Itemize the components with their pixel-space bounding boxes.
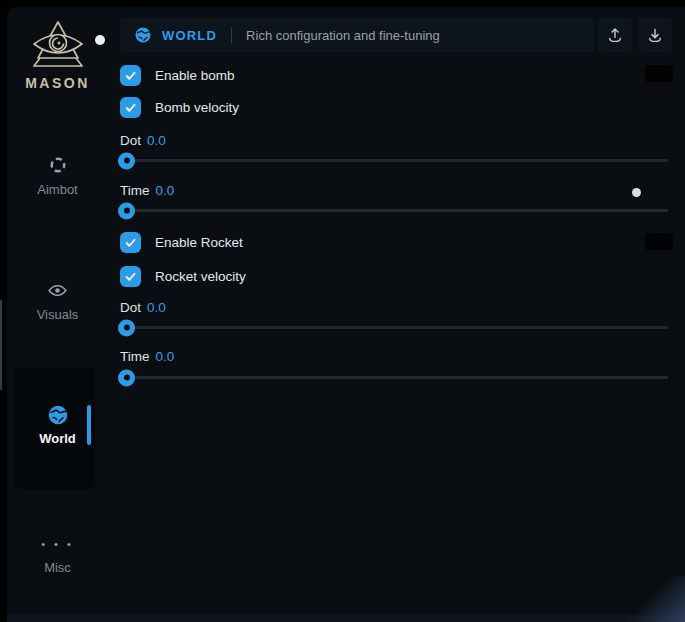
brand-logo: MASON <box>7 19 108 91</box>
ellipsis-icon: • • • <box>7 533 108 555</box>
checkbox-checked[interactable] <box>120 65 141 86</box>
tab-subtitle: Rich configuration and fine-tuning <box>246 28 440 43</box>
globe-icon <box>134 26 152 44</box>
slider-thumb[interactable] <box>118 202 135 219</box>
slider-rocket-time[interactable] <box>120 376 668 379</box>
upload-icon <box>606 26 624 44</box>
sidebar-item-label: Misc <box>7 560 108 575</box>
slider-name: Time <box>120 183 150 198</box>
rocket-color-swatch[interactable] <box>645 233 673 250</box>
toggle-bomb-velocity: Bomb velocity <box>120 96 239 118</box>
slider-rocket-dot[interactable] <box>120 326 668 329</box>
slider-bomb-time[interactable] <box>120 209 668 212</box>
toggle-rocket-velocity: Rocket velocity <box>120 265 246 287</box>
bomb-color-swatch[interactable] <box>645 65 673 82</box>
toggle-label: Bomb velocity <box>155 100 239 115</box>
header-divider <box>231 27 232 43</box>
sidebar: MASON Aimbot Visuals <box>7 7 108 622</box>
tab-header: WORLD Rich configuration and fine-tuning <box>120 18 595 52</box>
slider-value: 0.0 <box>147 300 166 315</box>
sidebar-item-label: World <box>7 431 108 446</box>
background-corner-glow <box>621 576 685 622</box>
panel-bottom-edge <box>7 615 685 622</box>
sidebar-item-aimbot[interactable]: Aimbot <box>7 155 108 197</box>
slider-label-rocket-time: Time0.0 <box>120 349 174 365</box>
slider-value: 0.0 <box>156 349 175 364</box>
checkbox-checked[interactable] <box>120 97 141 118</box>
toggle-enable-bomb: Enable bomb <box>120 64 235 86</box>
sidebar-item-misc[interactable]: • • • Misc <box>7 533 108 575</box>
download-icon <box>646 26 664 44</box>
slider-thumb[interactable] <box>118 152 135 169</box>
globe-icon <box>7 404 108 426</box>
slider-bomb-dot[interactable] <box>120 159 668 162</box>
checkbox-checked[interactable] <box>120 266 141 287</box>
check-icon <box>124 270 137 283</box>
mason-eye-pyramid-icon <box>25 19 91 71</box>
slider-name: Dot <box>120 300 141 315</box>
slider-value: 0.0 <box>147 133 166 148</box>
slider-label-rocket-dot: Dot0.0 <box>120 300 166 316</box>
sidebar-item-visuals[interactable]: Visuals <box>7 280 108 322</box>
checkbox-checked[interactable] <box>120 232 141 253</box>
toggle-label: Enable bomb <box>155 68 235 83</box>
slider-name: Dot <box>120 133 141 148</box>
sidebar-item-world[interactable]: World <box>7 404 108 446</box>
check-icon <box>124 236 137 249</box>
screen-edge-artifact <box>0 300 2 390</box>
slider-name: Time <box>120 349 150 364</box>
active-item-indicator <box>87 405 91 445</box>
toggle-label: Enable Rocket <box>155 235 243 250</box>
sidebar-item-label: Visuals <box>7 307 108 322</box>
download-config-button[interactable] <box>638 18 672 52</box>
slider-label-bomb-time: Time0.0 <box>120 183 174 199</box>
upload-config-button[interactable] <box>598 18 632 52</box>
sidebar-item-label: Aimbot <box>7 182 108 197</box>
toggle-label: Rocket velocity <box>155 269 246 284</box>
slider-thumb[interactable] <box>118 369 135 386</box>
cheat-menu-panel: MASON Aimbot Visuals <box>7 7 685 622</box>
eye-icon <box>7 280 108 302</box>
active-tab-title: WORLD <box>162 28 217 43</box>
toggle-enable-rocket: Enable Rocket <box>120 231 243 253</box>
brand-name: MASON <box>7 75 108 91</box>
check-icon <box>124 101 137 114</box>
crosshair-icon <box>7 155 108 177</box>
overlay-dot <box>95 35 105 45</box>
slider-label-bomb-dot: Dot0.0 <box>120 133 166 149</box>
overlay-dot <box>632 188 641 197</box>
slider-value: 0.0 <box>156 183 175 198</box>
slider-thumb[interactable] <box>118 319 135 336</box>
check-icon <box>124 69 137 82</box>
